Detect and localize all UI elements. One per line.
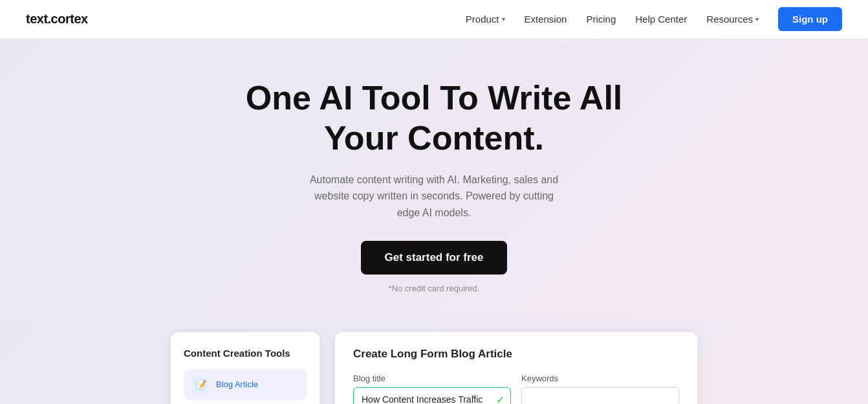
- nav-resources[interactable]: Resources ▾: [706, 14, 759, 25]
- chevron-down-icon: ▾: [502, 16, 505, 23]
- hero-section: One AI Tool To Write All Your Content. A…: [0, 39, 868, 319]
- blog-title-input-wrapper: ✓: [353, 387, 511, 404]
- blog-title-label: Blog title: [353, 374, 511, 383]
- nav-product[interactable]: Product ▾: [466, 14, 505, 25]
- keywords-input-wrapper: [521, 387, 679, 404]
- hero-title: One AI Tool To Write All Your Content.: [13, 78, 855, 159]
- tool-item-blog-article[interactable]: 📝 Blog Article: [184, 369, 307, 400]
- create-blog-article-card: Create Long Form Blog Article Blog title…: [335, 332, 697, 404]
- content-creation-tools-card: Content Creation Tools 📝 Blog Article 🏷 …: [171, 332, 320, 404]
- blog-title-group: Blog title ✓ Looks good!: [353, 374, 511, 404]
- checkmark-icon: ✓: [496, 393, 505, 404]
- blog-article-icon: 📝: [191, 376, 210, 394]
- chevron-down-icon: ▾: [755, 16, 759, 23]
- navbar: text.cortex Product ▾ Extension Pricing …: [0, 0, 868, 39]
- create-card-title: Create Long Form Blog Article: [353, 348, 679, 361]
- tools-card-title: Content Creation Tools: [184, 348, 307, 359]
- cards-section: Content Creation Tools 📝 Blog Article 🏷 …: [0, 319, 868, 404]
- hero-subtitle: Automate content writing with AI. Market…: [305, 172, 563, 221]
- logo[interactable]: text.cortex: [26, 12, 88, 27]
- form-row: Blog title ✓ Looks good! Keywords Hint: …: [353, 374, 679, 404]
- nav-extension[interactable]: Extension: [525, 14, 567, 25]
- signup-button[interactable]: Sign up: [778, 7, 842, 31]
- nav-help-center[interactable]: Help Center: [635, 14, 687, 25]
- nav-pricing[interactable]: Pricing: [586, 14, 616, 25]
- keywords-input[interactable]: [521, 387, 679, 404]
- get-started-button[interactable]: Get started for free: [361, 241, 506, 275]
- nav-links: Product ▾ Extension Pricing Help Center …: [466, 7, 842, 31]
- keywords-label: Keywords: [521, 374, 679, 383]
- tool-label-blog-article: Blog Article: [216, 379, 258, 389]
- no-credit-card-note: *No credit card required.: [13, 284, 855, 293]
- keywords-group: Keywords Hint: Type and press enter: [521, 374, 679, 404]
- blog-title-input[interactable]: [353, 387, 511, 404]
